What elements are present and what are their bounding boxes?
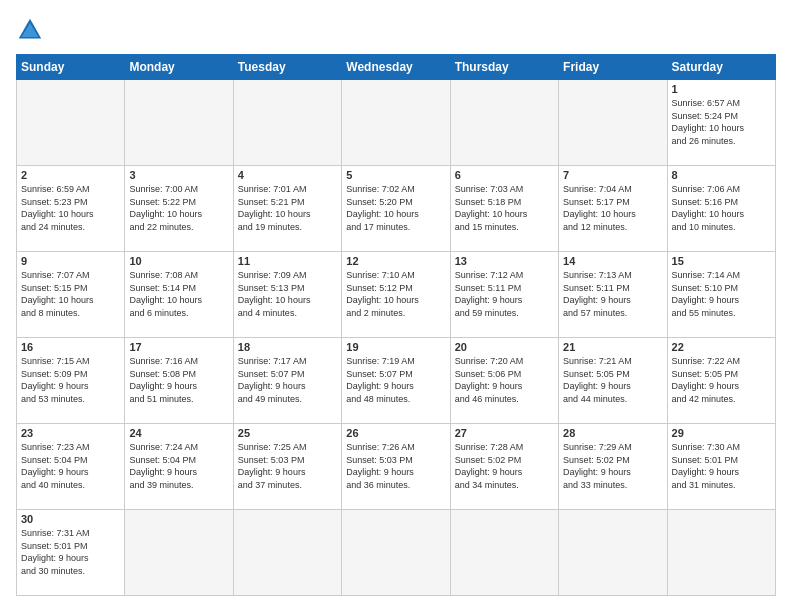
calendar-cell: 30Sunrise: 7:31 AM Sunset: 5:01 PM Dayli…: [17, 510, 125, 596]
day-info: Sunrise: 6:57 AM Sunset: 5:24 PM Dayligh…: [672, 97, 771, 147]
logo-icon: [16, 16, 44, 44]
day-info: Sunrise: 7:19 AM Sunset: 5:07 PM Dayligh…: [346, 355, 445, 405]
calendar-cell: [233, 80, 341, 166]
day-info: Sunrise: 7:28 AM Sunset: 5:02 PM Dayligh…: [455, 441, 554, 491]
calendar-cell: 20Sunrise: 7:20 AM Sunset: 5:06 PM Dayli…: [450, 338, 558, 424]
calendar-cell: 7Sunrise: 7:04 AM Sunset: 5:17 PM Daylig…: [559, 166, 667, 252]
calendar-week-row: 30Sunrise: 7:31 AM Sunset: 5:01 PM Dayli…: [17, 510, 776, 596]
calendar-cell: 11Sunrise: 7:09 AM Sunset: 5:13 PM Dayli…: [233, 252, 341, 338]
calendar-cell: 21Sunrise: 7:21 AM Sunset: 5:05 PM Dayli…: [559, 338, 667, 424]
day-number: 15: [672, 255, 771, 267]
day-info: Sunrise: 7:00 AM Sunset: 5:22 PM Dayligh…: [129, 183, 228, 233]
day-info: Sunrise: 7:22 AM Sunset: 5:05 PM Dayligh…: [672, 355, 771, 405]
header-tuesday: Tuesday: [233, 55, 341, 80]
calendar-cell: [559, 510, 667, 596]
calendar-cell: 25Sunrise: 7:25 AM Sunset: 5:03 PM Dayli…: [233, 424, 341, 510]
day-number: 1: [672, 83, 771, 95]
header-monday: Monday: [125, 55, 233, 80]
calendar-cell: 24Sunrise: 7:24 AM Sunset: 5:04 PM Dayli…: [125, 424, 233, 510]
logo: [16, 16, 48, 44]
day-info: Sunrise: 7:13 AM Sunset: 5:11 PM Dayligh…: [563, 269, 662, 319]
day-info: Sunrise: 7:03 AM Sunset: 5:18 PM Dayligh…: [455, 183, 554, 233]
day-info: Sunrise: 7:20 AM Sunset: 5:06 PM Dayligh…: [455, 355, 554, 405]
day-info: Sunrise: 7:15 AM Sunset: 5:09 PM Dayligh…: [21, 355, 120, 405]
calendar-cell: 12Sunrise: 7:10 AM Sunset: 5:12 PM Dayli…: [342, 252, 450, 338]
day-number: 13: [455, 255, 554, 267]
header-sunday: Sunday: [17, 55, 125, 80]
day-info: Sunrise: 7:17 AM Sunset: 5:07 PM Dayligh…: [238, 355, 337, 405]
day-info: Sunrise: 7:23 AM Sunset: 5:04 PM Dayligh…: [21, 441, 120, 491]
day-info: Sunrise: 7:14 AM Sunset: 5:10 PM Dayligh…: [672, 269, 771, 319]
day-number: 27: [455, 427, 554, 439]
header-friday: Friday: [559, 55, 667, 80]
day-number: 19: [346, 341, 445, 353]
day-number: 14: [563, 255, 662, 267]
day-number: 21: [563, 341, 662, 353]
day-number: 3: [129, 169, 228, 181]
calendar-cell: 10Sunrise: 7:08 AM Sunset: 5:14 PM Dayli…: [125, 252, 233, 338]
day-info: Sunrise: 7:24 AM Sunset: 5:04 PM Dayligh…: [129, 441, 228, 491]
day-number: 26: [346, 427, 445, 439]
calendar-cell: 14Sunrise: 7:13 AM Sunset: 5:11 PM Dayli…: [559, 252, 667, 338]
day-number: 28: [563, 427, 662, 439]
day-info: Sunrise: 7:29 AM Sunset: 5:02 PM Dayligh…: [563, 441, 662, 491]
calendar-cell: 6Sunrise: 7:03 AM Sunset: 5:18 PM Daylig…: [450, 166, 558, 252]
day-number: 16: [21, 341, 120, 353]
page: Sunday Monday Tuesday Wednesday Thursday…: [0, 0, 792, 612]
day-number: 6: [455, 169, 554, 181]
day-info: Sunrise: 7:26 AM Sunset: 5:03 PM Dayligh…: [346, 441, 445, 491]
calendar-cell: 4Sunrise: 7:01 AM Sunset: 5:21 PM Daylig…: [233, 166, 341, 252]
day-info: Sunrise: 7:02 AM Sunset: 5:20 PM Dayligh…: [346, 183, 445, 233]
calendar-cell: [125, 510, 233, 596]
calendar-cell: 8Sunrise: 7:06 AM Sunset: 5:16 PM Daylig…: [667, 166, 775, 252]
calendar-cell: 13Sunrise: 7:12 AM Sunset: 5:11 PM Dayli…: [450, 252, 558, 338]
calendar-cell: 9Sunrise: 7:07 AM Sunset: 5:15 PM Daylig…: [17, 252, 125, 338]
calendar-cell: 1Sunrise: 6:57 AM Sunset: 5:24 PM Daylig…: [667, 80, 775, 166]
day-number: 29: [672, 427, 771, 439]
calendar-cell: [342, 510, 450, 596]
calendar-cell: 19Sunrise: 7:19 AM Sunset: 5:07 PM Dayli…: [342, 338, 450, 424]
day-number: 17: [129, 341, 228, 353]
day-info: Sunrise: 7:01 AM Sunset: 5:21 PM Dayligh…: [238, 183, 337, 233]
day-number: 11: [238, 255, 337, 267]
day-number: 25: [238, 427, 337, 439]
day-number: 5: [346, 169, 445, 181]
day-number: 10: [129, 255, 228, 267]
day-info: Sunrise: 7:30 AM Sunset: 5:01 PM Dayligh…: [672, 441, 771, 491]
calendar-cell: 3Sunrise: 7:00 AM Sunset: 5:22 PM Daylig…: [125, 166, 233, 252]
day-info: Sunrise: 7:25 AM Sunset: 5:03 PM Dayligh…: [238, 441, 337, 491]
calendar-week-row: 9Sunrise: 7:07 AM Sunset: 5:15 PM Daylig…: [17, 252, 776, 338]
calendar-cell: 27Sunrise: 7:28 AM Sunset: 5:02 PM Dayli…: [450, 424, 558, 510]
calendar-cell: [233, 510, 341, 596]
day-number: 2: [21, 169, 120, 181]
calendar-week-row: 16Sunrise: 7:15 AM Sunset: 5:09 PM Dayli…: [17, 338, 776, 424]
calendar-week-row: 23Sunrise: 7:23 AM Sunset: 5:04 PM Dayli…: [17, 424, 776, 510]
calendar-cell: 26Sunrise: 7:26 AM Sunset: 5:03 PM Dayli…: [342, 424, 450, 510]
day-info: Sunrise: 7:09 AM Sunset: 5:13 PM Dayligh…: [238, 269, 337, 319]
day-number: 23: [21, 427, 120, 439]
calendar-cell: 2Sunrise: 6:59 AM Sunset: 5:23 PM Daylig…: [17, 166, 125, 252]
header-wednesday: Wednesday: [342, 55, 450, 80]
day-number: 24: [129, 427, 228, 439]
calendar-cell: 17Sunrise: 7:16 AM Sunset: 5:08 PM Dayli…: [125, 338, 233, 424]
header: [16, 16, 776, 44]
day-info: Sunrise: 7:31 AM Sunset: 5:01 PM Dayligh…: [21, 527, 120, 577]
calendar-cell: 16Sunrise: 7:15 AM Sunset: 5:09 PM Dayli…: [17, 338, 125, 424]
day-number: 18: [238, 341, 337, 353]
day-info: Sunrise: 7:07 AM Sunset: 5:15 PM Dayligh…: [21, 269, 120, 319]
weekday-header-row: Sunday Monday Tuesday Wednesday Thursday…: [17, 55, 776, 80]
day-info: Sunrise: 7:10 AM Sunset: 5:12 PM Dayligh…: [346, 269, 445, 319]
calendar-cell: [342, 80, 450, 166]
day-info: Sunrise: 6:59 AM Sunset: 5:23 PM Dayligh…: [21, 183, 120, 233]
calendar-cell: [125, 80, 233, 166]
calendar-cell: 22Sunrise: 7:22 AM Sunset: 5:05 PM Dayli…: [667, 338, 775, 424]
day-info: Sunrise: 7:12 AM Sunset: 5:11 PM Dayligh…: [455, 269, 554, 319]
calendar-cell: [559, 80, 667, 166]
calendar-cell: 23Sunrise: 7:23 AM Sunset: 5:04 PM Dayli…: [17, 424, 125, 510]
header-thursday: Thursday: [450, 55, 558, 80]
calendar-cell: 29Sunrise: 7:30 AM Sunset: 5:01 PM Dayli…: [667, 424, 775, 510]
day-number: 9: [21, 255, 120, 267]
calendar-cell: [450, 510, 558, 596]
calendar-cell: [667, 510, 775, 596]
calendar-week-row: 1Sunrise: 6:57 AM Sunset: 5:24 PM Daylig…: [17, 80, 776, 166]
